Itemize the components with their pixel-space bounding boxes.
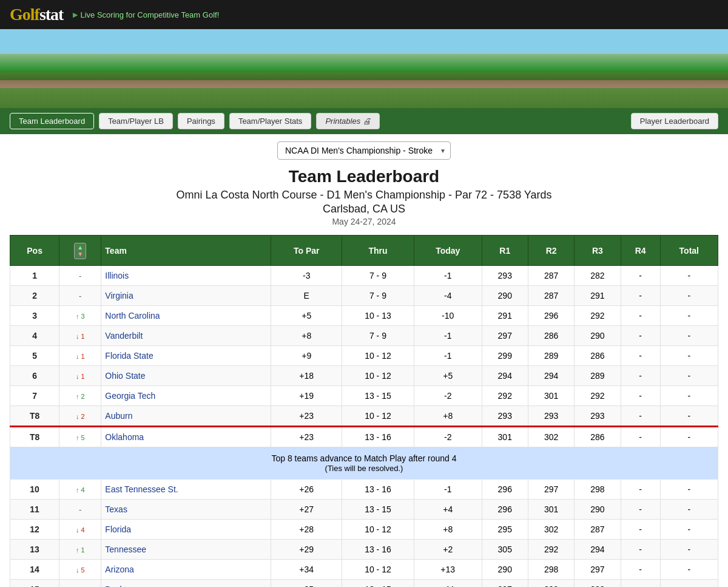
cell-move: ↓ 1 [59,366,101,386]
table-row: 2-VirginiaE7 - 9-4290287291-- [10,286,718,306]
cell-team[interactable]: Auburn [101,406,271,427]
cell-total: - [660,480,718,500]
table-row: 12↓ 4Florida+2810 - 12+8295302287-- [10,520,718,540]
cell-team[interactable]: Florida State [101,346,271,366]
cell-today: +4 [414,500,482,520]
cell-team[interactable]: Illinois [101,266,271,286]
cell-team[interactable]: East Tennessee St. [101,480,271,500]
cell-r2: 301 [528,500,574,520]
nav-printables[interactable]: Printables 🖨 [316,113,379,129]
col-to-par: To Par [271,236,342,266]
sort-icon[interactable]: ▲ ▼ [74,243,86,259]
cell-team[interactable]: Ohio State [101,366,271,386]
cell-to-par: +19 [271,386,342,406]
table-row: 10↑ 4East Tennessee St.+2613 - 16-129629… [10,480,718,500]
main-content: NCAA DI Men's Championship - Stroke Team… [0,134,728,587]
cell-r2: 289 [528,346,574,366]
cell-r2: 286 [528,326,574,346]
cell-total: - [660,286,718,306]
cell-r4: - [621,386,660,406]
col-thru: Thru [342,236,414,266]
nav-pairings[interactable]: Pairings [178,113,224,129]
cell-today: -2 [414,427,482,447]
cell-r4: - [621,520,660,540]
move-up-icon: ↑ 1 [76,546,85,554]
cell-thru: 13 - 15 [342,386,414,406]
nav-team-player-lb[interactable]: Team/Player LB [99,113,173,129]
cell-r3: 294 [575,540,621,560]
cell-today: -1 [414,266,482,286]
cell-thru: 10 - 12 [342,560,414,580]
cell-team[interactable]: Georgia Tech [101,386,271,406]
cell-team[interactable]: Texas [101,500,271,520]
cutline-notice-row: Top 8 teams advance to Match Play after … [10,447,718,480]
cell-total: - [660,326,718,346]
event-select[interactable]: NCAA DI Men's Championship - Stroke [277,141,451,160]
cell-team[interactable]: Baylor [101,580,271,588]
nav-team-player-stats[interactable]: Team/Player Stats [229,113,312,129]
cell-to-par: +34 [271,560,342,580]
cell-today: -1 [414,346,482,366]
table-row: 14↓ 5Arizona+3410 - 12+13290298297-- [10,560,718,580]
cell-to-par: +9 [271,346,342,366]
move-up-icon: ↑ 5 [76,434,85,441]
cell-thru: 10 - 12 [342,406,414,427]
cell-thru: 13 - 16 [342,480,414,500]
main-nav: Team Leaderboard Team/Player LB Pairings… [0,108,728,134]
table-header-row: Pos ▲ ▼ Team To Par Thru Today R1 R2 R3 … [10,236,718,266]
cell-thru: 10 - 12 [342,366,414,386]
move-up-icon: ↑ 3 [76,313,85,320]
cell-team[interactable]: Oklahoma [101,427,271,447]
site-logo[interactable]: Golfstat [10,5,63,24]
col-move[interactable]: ▲ ▼ [59,236,101,266]
cell-r1: 293 [482,266,528,286]
move-down-icon: ↓ 1 [76,353,85,360]
cell-r2: 299 [528,580,574,588]
move-down-icon: ↓ 1 [76,373,85,380]
cell-team[interactable]: Arizona [101,560,271,580]
cell-team[interactable]: North Carolina [101,306,271,326]
cell-today: -1 [414,480,482,500]
cell-r2: 301 [528,386,574,406]
move-none-icon: - [79,271,81,280]
cell-r3: 282 [575,266,621,286]
cell-total: - [660,386,718,406]
cell-r1: 296 [482,480,528,500]
cell-to-par: +35 [271,580,342,588]
leaderboard-subtitle: Omni La Costa North Course - D1 Men's Ch… [10,189,718,202]
cell-pos: 5 [10,346,59,366]
cell-to-par: +28 [271,520,342,540]
cell-today: +8 [414,406,482,427]
cell-r2: 287 [528,266,574,286]
cell-total: - [660,500,718,520]
cell-pos: 2 [10,286,59,306]
cell-team[interactable]: Florida [101,520,271,540]
cell-total: - [660,366,718,386]
table-row: 7↑ 2Georgia Tech+1913 - 15-2292301292-- [10,386,718,406]
cell-team[interactable]: Vanderbilt [101,326,271,346]
move-down-icon: ↓ 4 [76,526,85,534]
cell-r4: - [621,366,660,386]
cell-thru: 7 - 9 [342,286,414,306]
cell-r4: - [621,346,660,366]
cell-pos: 7 [10,386,59,406]
cell-total: - [660,406,718,427]
cell-r1: 305 [482,540,528,560]
nav-team-leaderboard[interactable]: Team Leaderboard [10,113,94,129]
cell-r4: - [621,326,660,346]
cell-team[interactable]: Tennessee [101,540,271,560]
cell-move: ↓ 5 [59,560,101,580]
cell-move: ↑ 3 [59,306,101,326]
move-down-icon: ↓ 1 [76,333,85,340]
cell-pos: 14 [10,560,59,580]
cell-r3: 286 [575,346,621,366]
cell-thru: 13 - 16 [342,427,414,447]
cell-r4: - [621,580,660,588]
cell-pos: 10 [10,480,59,500]
cell-move: ↓ 1 [59,326,101,346]
table-row: T8↑ 5Oklahoma+2313 - 16-2301302286-- [10,427,718,447]
cell-team[interactable]: Virginia [101,286,271,306]
table-row: 15↓ 3Baylor+3513 - 15+11297299292-- [10,580,718,588]
nav-player-leaderboard[interactable]: Player Leaderboard [631,113,718,129]
cell-to-par: +23 [271,406,342,427]
